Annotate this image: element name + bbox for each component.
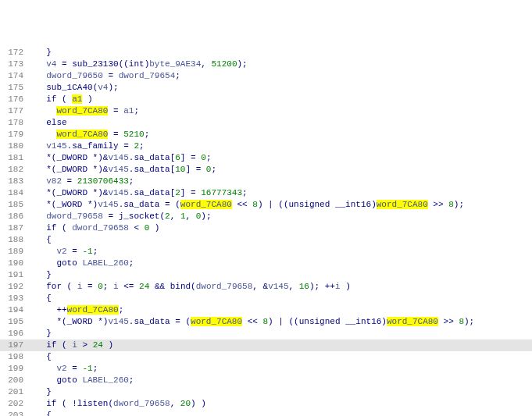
code-token: 51200: [211, 59, 237, 69]
code-token: __int16: [345, 317, 381, 326]
line-number: 182: [0, 164, 28, 176]
code-line[interactable]: 197 if ( i > 24 ): [0, 340, 532, 351]
line-number: 173: [0, 59, 28, 70]
code-content[interactable]: else: [36, 117, 532, 129]
code-line[interactable]: 198 {: [0, 351, 532, 363]
code-content[interactable]: *(_DWORD *)&v145.sa_data[2] = 16777343;: [36, 187, 532, 199]
code-line[interactable]: 202 if ( !listen(dword_79658, 20) ): [0, 398, 532, 410]
code-line[interactable]: 185 *(_WORD *)v145.sa_data = (word_7CA80…: [0, 199, 532, 211]
code-token: ): [381, 317, 387, 326]
code-content[interactable]: v4 = sub_23130((int)byte_9AE34, 51200);: [36, 59, 532, 70]
line-number: 177: [0, 105, 28, 117]
code-line[interactable]: 195 *(_WORD *)v145.sa_data = (word_7CA80…: [0, 316, 532, 328]
code-content[interactable]: v145.sa_family = 2;: [36, 140, 532, 152]
code-content[interactable]: if ( !listen(dword_79658, 20) ): [36, 398, 532, 410]
code-content[interactable]: sub_1CA40(v4);: [36, 82, 532, 94]
code-line[interactable]: 174 dword_79650 = dword_79654;: [0, 70, 532, 82]
code-content[interactable]: *(_DWORD *)&v145.sa_data[6] = 0;: [36, 152, 532, 164]
code-line[interactable]: 199 v2 = -1;: [0, 363, 532, 375]
code-content[interactable]: }: [36, 269, 532, 281]
code-line[interactable]: 179 word_7CA80 = 5210;: [0, 129, 532, 140]
code-content[interactable]: {: [36, 351, 532, 363]
code-line[interactable]: 193 {: [0, 293, 532, 304]
code-content[interactable]: if ( dword_79658 < 0 ): [36, 222, 532, 234]
code-token: 16777343: [201, 188, 242, 197]
code-line[interactable]: 186 dword_79658 = j_socket(2, 1, 0);: [0, 211, 532, 222]
code-content[interactable]: word_7CA80 = 5210;: [36, 129, 532, 140]
code-line[interactable]: 184 *(_DWORD *)&v145.sa_data[2] = 167773…: [0, 187, 532, 199]
code-token: listen: [77, 399, 109, 408]
code-line[interactable]: 177 word_7CA80 = a1;: [0, 105, 532, 117]
code-line[interactable]: 189 v2 = -1;: [0, 246, 532, 258]
code-content[interactable]: v82 = 2130706433;: [36, 176, 532, 187]
code-token: i: [335, 282, 341, 291]
code-token: .sa_data = (: [129, 317, 191, 326]
code-token: 2: [165, 212, 170, 221]
code-token: ;: [93, 247, 98, 256]
code-content[interactable]: goto LABEL_260;: [36, 375, 532, 386]
code-line[interactable]: 192 for ( i = 0; i <= 24 && bind(dword_7…: [0, 281, 532, 293]
code-line[interactable]: 172 }: [0, 47, 532, 59]
code-token: goto: [56, 258, 77, 268]
code-token: =: [56, 59, 72, 69]
code-line[interactable]: 200 goto LABEL_260;: [0, 375, 532, 386]
code-content[interactable]: *(_DWORD *)&v145.sa_data[10] = 0;: [36, 164, 532, 176]
code-content[interactable]: goto LABEL_260;: [36, 258, 532, 269]
code-token: ;: [119, 305, 124, 315]
code-line[interactable]: 173 v4 = sub_23130((int)byte_9AE34, 5120…: [0, 59, 532, 70]
code-token: *): [82, 200, 98, 209]
code-line[interactable]: 187 if ( dword_79658 < 0 ): [0, 222, 532, 234]
code-line[interactable]: 182 *(_DWORD *)&v145.sa_data[10] = 0;: [0, 164, 532, 176]
code-content[interactable]: if ( i > 24 ): [36, 340, 532, 351]
code-content[interactable]: word_7CA80 = a1;: [36, 105, 532, 117]
code-content[interactable]: *(_WORD *)v145.sa_data = (word_7CA80 << …: [36, 316, 532, 328]
code-token: ;: [93, 364, 98, 373]
code-content[interactable]: dword_79650 = dword_79654;: [36, 70, 532, 82]
code-token: -1: [82, 364, 92, 373]
code-line[interactable]: 181 *(_DWORD *)&v145.sa_data[6] = 0;: [0, 152, 532, 164]
code-line[interactable]: 194 ++word_7CA80;: [0, 304, 532, 316]
code-token: {: [46, 411, 52, 416]
line-number: 184: [0, 187, 28, 199]
code-content[interactable]: }: [36, 328, 532, 340]
code-content[interactable]: if ( a1 ): [36, 94, 532, 105]
code-token: =: [67, 364, 83, 373]
code-content[interactable]: *(_WORD *)v145.sa_data = (word_7CA80 << …: [36, 199, 532, 211]
code-content[interactable]: {: [36, 410, 532, 416]
code-token: =: [103, 71, 119, 80]
code-line[interactable]: 178 else: [0, 117, 532, 129]
code-line[interactable]: 191 }: [0, 269, 532, 281]
code-line[interactable]: 188 {: [0, 234, 532, 246]
code-token: , &: [252, 282, 268, 291]
code-line[interactable]: 203 {: [0, 410, 532, 416]
code-token: .sa_data[: [129, 165, 175, 174]
code-content[interactable]: for ( i = 0; i <= 24 && bind(dword_79658…: [36, 281, 532, 293]
highlighted-token: word_7CA80: [56, 106, 108, 116]
code-content[interactable]: ++word_7CA80;: [36, 304, 532, 316]
code-token: (: [56, 223, 72, 233]
code-token: ) | ((: [268, 317, 299, 326]
code-line[interactable]: 176 if ( a1 ): [0, 94, 532, 105]
code-content[interactable]: v2 = -1;: [36, 363, 532, 375]
code-line[interactable]: 201 }: [0, 386, 532, 398]
decompilation-listing[interactable]: 172 }173 v4 = sub_23130((int)byte_9AE34,…: [0, 47, 532, 416]
code-content[interactable]: dword_79658 = j_socket(2, 1, 0);: [36, 211, 532, 222]
code-token: v145: [108, 317, 128, 326]
code-token: 24: [93, 340, 103, 350]
code-token: *(: [56, 317, 66, 326]
code-line[interactable]: 190 goto LABEL_260;: [0, 258, 532, 269]
code-token: ): [82, 94, 92, 104]
code-token: ,: [185, 212, 195, 221]
code-content[interactable]: {: [36, 234, 532, 246]
code-line[interactable]: 183 v82 = 2130706433;: [0, 176, 532, 187]
code-line[interactable]: 175 sub_1CA40(v4);: [0, 82, 532, 94]
code-line[interactable]: 180 v145.sa_family = 2;: [0, 140, 532, 152]
code-line[interactable]: 196 }: [0, 328, 532, 340]
highlighted-token: word_7CA80: [67, 305, 119, 315]
code-token: );: [201, 212, 211, 221]
code-content[interactable]: }: [36, 386, 532, 398]
code-content[interactable]: }: [36, 47, 532, 59]
code-token: v4: [98, 83, 108, 92]
code-content[interactable]: {: [36, 293, 532, 304]
code-content[interactable]: v2 = -1;: [36, 246, 532, 258]
